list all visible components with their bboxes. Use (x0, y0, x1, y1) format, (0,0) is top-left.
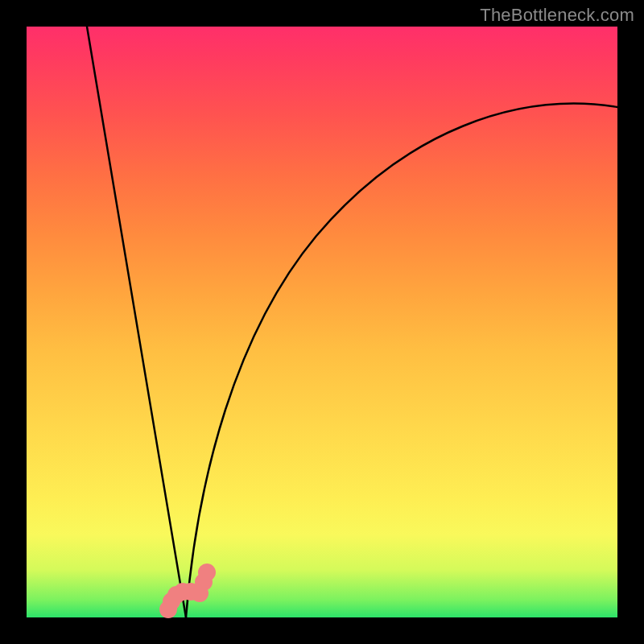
chart-frame: TheBottleneck.com (0, 0, 644, 644)
watermark-text: TheBottleneck.com (480, 5, 634, 26)
dot (198, 564, 216, 581)
dot-cluster (27, 27, 617, 617)
plot-area (27, 27, 617, 617)
